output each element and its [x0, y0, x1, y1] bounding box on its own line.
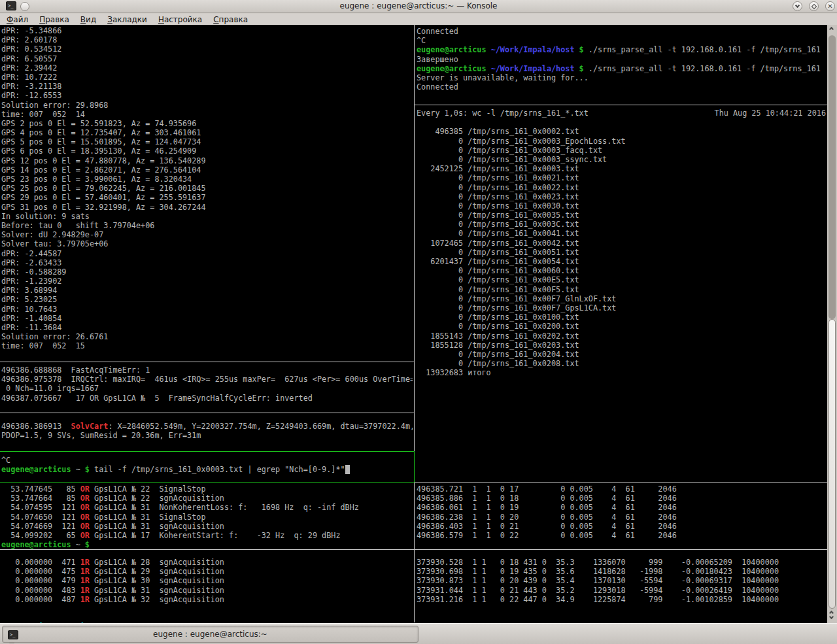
- chevron-down-icon: [795, 3, 800, 8]
- pane-divider[interactable]: [415, 105, 827, 105]
- scrollbar[interactable]: [827, 25, 837, 623]
- titlebar[interactable]: >_ eugene : eugene@arcticus:~ — Konsole …: [0, 0, 837, 13]
- terminal-line: dPR: -12.6553: [1, 91, 413, 100]
- terminal-line: dPR: 2.60178: [1, 35, 413, 44]
- terminal-line: Before: tau 0 shift 3.79704e+06: [1, 221, 413, 230]
- terminal-line: PDOP=1.5, 9 SVs, SumResid = 20.36m, Err=…: [1, 431, 413, 440]
- terminal-line: 0 /tmp/srns_161_0x0003_facq.txt: [417, 146, 826, 155]
- terminal-line: 1072465 /tmp/srns_161_0x0042.txt: [417, 239, 826, 248]
- terminal-line: 13932683 итого: [417, 368, 826, 377]
- terminal-line: 0 /tmp/srns_161_0x0204.txt: [417, 350, 826, 359]
- terminal-line: 0 /tmp/srns_161_0x0021.txt: [417, 173, 826, 182]
- maximize-icon: [811, 3, 816, 8]
- pane-gps-solver[interactable]: dPR: -5.34866dPR: 2.60178dPR: 0.534512dP…: [1, 26, 413, 351]
- terminal-area[interactable]: dPR: -5.34866dPR: 2.60178dPR: 0.534512dP…: [0, 25, 827, 623]
- terminal-line: 53.747664 85 OR GpsL1CA № 22 sgnAcquisit…: [1, 494, 413, 503]
- terminal-line: 0.000000 471 1R GpsL1CA № 28 sgnAcquisit…: [1, 558, 413, 567]
- terminal-line: dPR: 5.23025: [1, 295, 413, 304]
- terminal-line: 373930.528 1 1 0 18 431 0 35.3 1336070 9…: [417, 558, 826, 567]
- pane-divider[interactable]: [0, 549, 827, 550]
- scrollbar-thumb[interactable]: [828, 319, 836, 609]
- terminal-line: Solver tau: 3.79705e+06: [1, 239, 413, 248]
- window-title: eugene : eugene@arcticus:~ — Konsole: [0, 1, 837, 10]
- terminal-line: eugene@arcticus ~/Work/Impala/host $ ./s…: [417, 45, 826, 54]
- terminal-icon: >_: [8, 630, 18, 639]
- terminal-line: time: 007 052 15: [1, 341, 413, 350]
- terminal-line: 0 /tmp/srns_161_0x0208.txt: [417, 359, 826, 368]
- terminal-line: eugene@arcticus ~ $ tail -f /tmp/srns_16…: [1, 465, 413, 474]
- menu-item-settings[interactable]: Настройка: [158, 15, 202, 24]
- terminal-line: 373930.873 1 1 0 20 439 0 35.4 1370130 -…: [417, 576, 826, 585]
- terminal-line: Solution error: 26.6761: [1, 332, 413, 341]
- terminal-line: Connected: [417, 82, 826, 92]
- pane-ssh-session[interactable]: Connected^Ceugene@arcticus ~/Work/Impala…: [417, 27, 826, 92]
- watch-file-list: 496385 /tmp/srns_161_0x0002.txt 0 /tmp/s…: [417, 127, 826, 377]
- taskbar: >_ eugene : eugene@arcticus:~: [0, 623, 837, 644]
- terminal-line: 496386.386913 SolvCart: X=2846052.549m, …: [1, 422, 413, 431]
- menu-item-file[interactable]: Файл: [7, 15, 28, 24]
- terminal-line: 496386.061 1 1 0 19 0 0.005 4 61 2046: [417, 503, 826, 512]
- terminal-line: eugene@arcticus ~/Work/Impala/host $ ./s…: [417, 64, 826, 73]
- terminal-line: 496386.975378 IRQCtrl: maxIRQ= 461us <IR…: [1, 375, 413, 384]
- terminal-line: 0 /tmp/srns_161_0x0200.txt: [417, 322, 826, 331]
- terminal-line: dPR: -3.21138: [1, 82, 413, 91]
- scrollbar-track[interactable]: [828, 35, 836, 319]
- terminal-line: ^C: [1, 456, 413, 465]
- terminal-line: 54.074595 121 OR GpsL1CA № 31 NonKoheren…: [1, 503, 413, 512]
- terminal-line: 0 /tmp/srns_161_0x0030.txt: [417, 201, 826, 211]
- menu-item-bookmarks[interactable]: Закладки: [107, 15, 147, 24]
- terminal-line: dPR: -5.34866: [1, 26, 413, 35]
- terminal-line: In solution: 9 sats: [1, 212, 413, 221]
- terminal-line: 6201437 /tmp/srns_161_0x0054.txt: [417, 257, 826, 266]
- taskbar-window-button[interactable]: >_ eugene : eugene@arcticus:~: [2, 626, 418, 643]
- terminal-line: 0 /tmp/srns_161_0x00E5.txt: [417, 275, 826, 284]
- menu-item-help[interactable]: Справка: [213, 15, 248, 24]
- watch-timestamp: Thu Aug 25 10:44:21 2016: [715, 109, 826, 118]
- terminal-line: dPR: 3.68994: [1, 286, 413, 295]
- scroll-up-button[interactable]: [830, 27, 833, 31]
- terminal-line: dPR: -1.40854: [1, 314, 413, 323]
- terminal-line: GPS 2 pos 0 El = 52.591823, Az = 74.9356…: [1, 119, 413, 128]
- active-pane-border-top: [0, 451, 415, 452]
- terminal-line: GPS 25 pos 0 El = 79.062245, Az = 216.00…: [1, 184, 413, 193]
- terminal-line: 1855128 /tmp/srns_161_0x0203.txt: [417, 341, 826, 350]
- terminal-line: GPS 29 pos 0 El = 57.460401, Az = 255.59…: [1, 193, 413, 202]
- terminal-line: Server is unavailable, waiting for...: [417, 73, 826, 82]
- pane-acquisition-or[interactable]: 53.747645 85 OR GpsL1CA № 22 SignalStop …: [1, 484, 413, 549]
- pane-solvcart[interactable]: 496386.386913 SolvCart: X=2846052.549m, …: [1, 422, 413, 440]
- terminal-line: 496387.075667 17 OR GpsL1CA № 5 FrameSyn…: [1, 394, 413, 403]
- pane-acquisition-1r[interactable]: 0.000000 471 1R GpsL1CA № 28 sgnAcquisit…: [1, 558, 413, 604]
- maximize-button[interactable]: [809, 1, 819, 11]
- pane-divider-vertical[interactable]: [414, 25, 415, 622]
- terminal-line: 0 /tmp/srns_161_0x0003_EpochLoss.txt: [417, 137, 826, 146]
- pane-divider[interactable]: [415, 482, 827, 483]
- terminal-line: 0 /tmp/srns_161_0x00F7_GpsL1CA.txt: [417, 303, 826, 313]
- menu-item-edit[interactable]: Правка: [39, 15, 69, 24]
- terminal-line: 373930.698 1 1 0 19 435 0 35.6 1418628 -…: [417, 567, 826, 576]
- pane-events[interactable]: 496386.688868 FastAcqTimeErr: 1496386.97…: [1, 365, 413, 403]
- terminal-line: 373931.044 1 1 0 21 443 0 35.2 1293018 -…: [417, 586, 826, 595]
- menu-item-view[interactable]: Вид: [80, 15, 96, 24]
- terminal-line: eugene@arcticus ~ $: [1, 540, 413, 549]
- terminal-line: 496386.579 1 1 0 22 0 0.005 4 61 2046: [417, 531, 826, 540]
- pane-divider[interactable]: [0, 362, 414, 362]
- pane-channel-table-1[interactable]: 496385.721 1 1 0 17 0 0.005 4 61 2046496…: [417, 484, 826, 540]
- minimize-button[interactable]: [793, 1, 802, 11]
- terminal-line: ^C: [417, 36, 826, 45]
- terminal-line: 0 /tmp/srns_161_0x0100.txt: [417, 313, 826, 322]
- scroll-down-button[interactable]: [830, 617, 833, 619]
- terminal-line: 373931.216 1 1 0 22 447 0 34.9 1225874 7…: [417, 595, 826, 604]
- terminal-line: Solver: dU 2.94829e-07: [1, 230, 413, 239]
- terminal-line: dPR: 10.7222: [1, 73, 413, 82]
- pane-channel-table-2[interactable]: 373930.528 1 1 0 18 431 0 35.3 1336070 9…: [417, 558, 826, 604]
- terminal-line: 0 /tmp/srns_161_0x0051.txt: [417, 248, 826, 257]
- pane-divider[interactable]: [0, 413, 414, 413]
- pane-watch-wc[interactable]: Every 1,0s: wc -l /tmp/srns_161_*.txt Th…: [417, 109, 826, 488]
- terminal-line: 0.000000 487 1R GpsL1CA № 32 sgnAcquisit…: [1, 595, 413, 604]
- pane-active-tail[interactable]: ^Ceugene@arcticus ~ $ tail -f /tmp/srns_…: [1, 456, 413, 474]
- screen-status-bar: [oryx_161] 1:bash* » eugene@arcticus:~: [1, 612, 825, 622]
- close-button[interactable]: ✕: [825, 1, 835, 11]
- terminal-line: 0 /tmp/srns_161_0x0060.txt: [417, 266, 826, 275]
- watch-command: Every 1,0s: wc -l /tmp/srns_161_*.txt: [417, 109, 589, 118]
- chevron-down-icon: [829, 615, 834, 619]
